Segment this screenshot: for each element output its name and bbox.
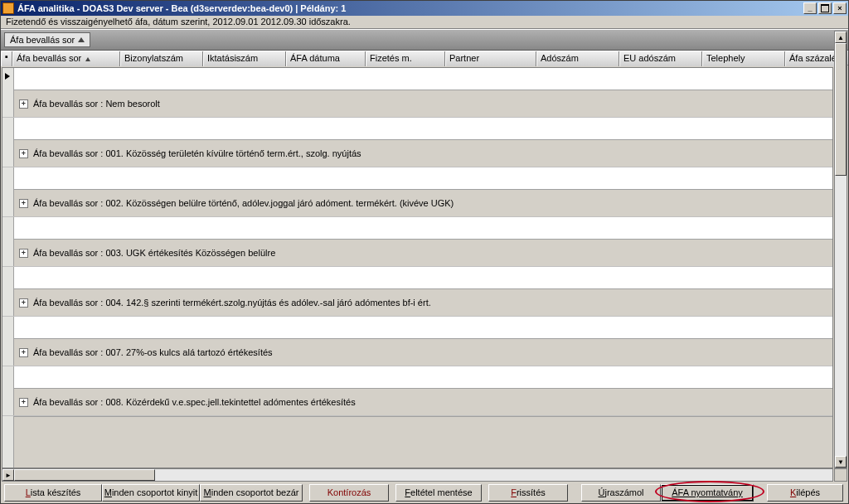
group-label: Áfa bevallás sor : 008. Közérdekű v.e.sp… bbox=[33, 397, 356, 407]
column-header-afa-szazalek[interactable]: Áfa százalék bbox=[785, 51, 839, 66]
expand-icon[interactable]: + bbox=[19, 298, 28, 308]
group-header[interactable]: + Áfa bevallás sor : 001. Közösség terül… bbox=[14, 139, 832, 167]
expand-icon[interactable]: + bbox=[19, 249, 28, 258]
ujraszamol-button[interactable]: Újraszámol bbox=[581, 484, 661, 502]
expand-icon[interactable]: + bbox=[19, 348, 28, 357]
column-header-iktatasiszam[interactable]: Iktatásiszám bbox=[203, 51, 286, 66]
scroll-down-icon[interactable]: ▼ bbox=[835, 456, 847, 468]
group-spacer bbox=[14, 167, 832, 189]
group-header[interactable]: + Áfa bevallás sor : 003. UGK értékesíté… bbox=[14, 239, 832, 266]
group-by-label: Áfa bevallás sor bbox=[10, 35, 75, 45]
maximize-button[interactable] bbox=[818, 2, 832, 14]
group-header[interactable]: + Áfa bevallás sor : 008. Közérdekű v.e.… bbox=[14, 388, 832, 415]
expand-icon[interactable]: + bbox=[19, 99, 28, 109]
expand-icon[interactable]: + bbox=[19, 398, 28, 407]
column-header-selector[interactable]: ▪ bbox=[1, 51, 12, 66]
group-header[interactable]: + Áfa bevallás sor : Nem besorolt bbox=[14, 90, 832, 117]
feltetel-mentese-button[interactable]: Feltétel mentése bbox=[395, 484, 482, 502]
grid-body: + Áfa bevallás sor : Nem besorolt + Áfa … bbox=[2, 67, 833, 468]
group-spacer bbox=[14, 217, 832, 239]
group-header[interactable]: + Áfa bevallás sor : 004. 142.§ szerinti… bbox=[14, 288, 832, 316]
titlebar: ÁFA analitika - DOAS3 Dev server - Bea (… bbox=[1, 1, 848, 16]
group-row[interactable]: + Áfa bevallás sor : Nem besorolt bbox=[2, 68, 832, 118]
minden-csoportot-bezar-button[interactable]: Minden csoportot bezár bbox=[200, 484, 303, 502]
column-header-partner[interactable]: Partner bbox=[445, 51, 536, 66]
expand-icon[interactable]: + bbox=[19, 149, 28, 158]
main-window: ÁFA analitika - DOAS3 Dev server - Bea (… bbox=[0, 0, 849, 504]
column-header-fizetes-m[interactable]: Fizetés m. bbox=[366, 51, 445, 66]
column-header-afa-datuma[interactable]: ÁFA dátuma bbox=[286, 51, 366, 66]
row-marker-remainder bbox=[2, 416, 14, 468]
current-row-pointer-icon bbox=[5, 73, 10, 80]
frissites-button[interactable]: Frissítés bbox=[488, 484, 568, 502]
afa-nyomtatvany-button[interactable]: ÁFA nyomtatvány bbox=[661, 484, 754, 502]
button-bar: Lista készítés Minden csoportot kinyit M… bbox=[2, 482, 847, 502]
row-marker bbox=[2, 68, 14, 117]
row-marker bbox=[2, 118, 14, 167]
grid-inner: + Áfa bevallás sor : Nem besorolt + Áfa … bbox=[2, 68, 832, 468]
window-controls: _ × bbox=[802, 2, 847, 14]
sort-ascending-icon bbox=[78, 37, 85, 42]
column-header-text: Áfa bevallás sor bbox=[17, 53, 81, 63]
group-label: Áfa bevallás sor : 004. 142.§ szerinti t… bbox=[33, 298, 431, 308]
scroll-up-icon[interactable]: ▲ bbox=[835, 32, 847, 43]
column-header-eu-adoszam[interactable]: EU adószám bbox=[619, 51, 702, 66]
group-row[interactable]: + Áfa bevallás sor : 002. Közösségen bel… bbox=[2, 167, 832, 217]
scroll-thumb[interactable] bbox=[835, 43, 847, 176]
column-header-row: ▪ Áfa bevallás sor Bizonylatszám Iktatás… bbox=[1, 51, 848, 65]
group-row[interactable]: + Áfa bevallás sor : 001. Közösség terül… bbox=[2, 118, 832, 167]
scroll-right-icon[interactable]: ► bbox=[2, 469, 14, 481]
group-label: Áfa bevallás sor : 003. UGK értékesítés … bbox=[33, 248, 275, 258]
minden-csoportot-kinyit-button[interactable]: Minden csoportot kinyit bbox=[102, 484, 200, 502]
row-marker bbox=[2, 366, 14, 415]
group-spacer bbox=[14, 267, 832, 288]
group-row[interactable]: + Áfa bevallás sor : 008. Közérdekű v.e.… bbox=[2, 366, 832, 416]
filter-summary: Fizetendő és visszaigényelhető áfa, dátu… bbox=[1, 16, 848, 29]
group-header[interactable]: + Áfa bevallás sor : 007. 27%-os kulcs a… bbox=[14, 338, 832, 366]
group-row[interactable]: + Áfa bevallás sor : 004. 142.§ szerinti… bbox=[2, 267, 832, 317]
scroll-thumb[interactable] bbox=[14, 469, 155, 481]
expand-icon[interactable]: + bbox=[19, 199, 28, 208]
group-row[interactable]: + Áfa bevallás sor : 003. UGK értékesíté… bbox=[2, 217, 832, 267]
column-header-adoszam[interactable]: Adószám bbox=[536, 51, 619, 66]
group-row[interactable]: + Áfa bevallás sor : 007. 27%-os kulcs a… bbox=[2, 317, 832, 366]
app-icon bbox=[2, 2, 14, 14]
horizontal-scrollbar[interactable]: ◄ ► bbox=[2, 468, 833, 482]
group-by-pill[interactable]: Áfa bevallás sor bbox=[4, 32, 90, 47]
kilepes-button[interactable]: Kilépés bbox=[767, 484, 843, 502]
group-label: Áfa bevallás sor : 007. 27%-os kulcs alá… bbox=[33, 347, 273, 357]
lista-keszites-button[interactable]: Lista készítés bbox=[4, 484, 102, 502]
row-marker bbox=[2, 167, 14, 216]
group-label: Áfa bevallás sor : 001. Közösség terület… bbox=[33, 148, 361, 158]
window-title: ÁFA analitika - DOAS3 Dev server - Bea (… bbox=[17, 3, 802, 13]
grid-remainder bbox=[14, 416, 832, 468]
group-spacer bbox=[14, 317, 832, 338]
sort-indicator-icon bbox=[85, 57, 90, 61]
group-label: Áfa bevallás sor : Nem besorolt bbox=[33, 99, 160, 109]
column-header-bizonylatszam[interactable]: Bizonylatszám bbox=[120, 51, 203, 66]
scrollbar-corner bbox=[834, 468, 847, 482]
row-marker bbox=[2, 317, 14, 366]
group-by-bar[interactable]: Áfa bevallás sor bbox=[1, 29, 848, 51]
group-spacer bbox=[14, 366, 832, 388]
minimize-button[interactable]: _ bbox=[803, 2, 817, 14]
group-spacer bbox=[14, 118, 832, 139]
close-button[interactable]: × bbox=[833, 2, 847, 14]
group-label: Áfa bevallás sor : 002. Közösségen belül… bbox=[33, 198, 454, 208]
column-header-afa-bevallas-sor[interactable]: Áfa bevallás sor bbox=[12, 51, 120, 66]
column-header-telephely[interactable]: Telephely bbox=[702, 51, 785, 66]
group-spacer bbox=[14, 68, 832, 90]
vertical-scrollbar[interactable]: ▲ ▼ bbox=[834, 31, 847, 468]
row-marker bbox=[2, 267, 14, 316]
group-header[interactable]: + Áfa bevallás sor : 002. Közösségen bel… bbox=[14, 189, 832, 216]
row-marker bbox=[2, 217, 14, 266]
kontirozas-button[interactable]: Kontírozás bbox=[309, 484, 389, 502]
